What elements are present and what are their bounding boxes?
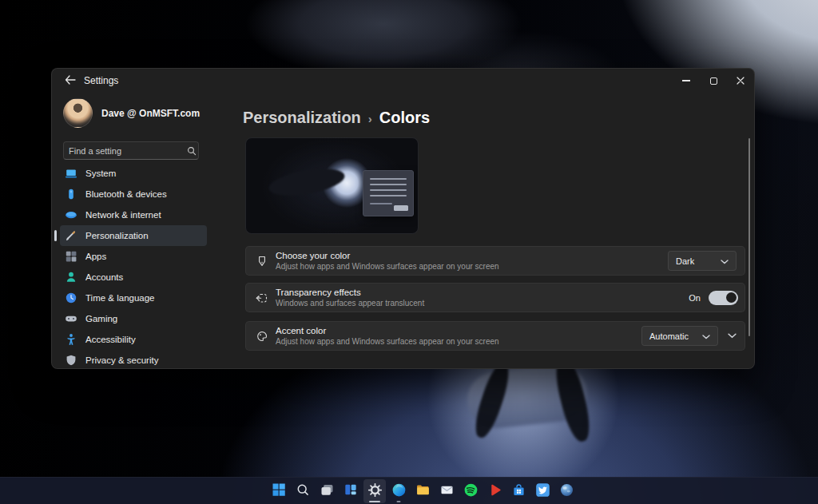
taskbar (0, 477, 818, 504)
active-app-indicator (369, 501, 380, 503)
task-view-button[interactable] (316, 479, 338, 503)
preview-text-line (370, 203, 392, 204)
desktop: { "titlebar": { "title": "Settings" }, "… (0, 0, 818, 504)
back-arrow-icon (65, 73, 76, 88)
setting-row-accent-color[interactable]: Accent color Adjust how apps and Windows… (245, 321, 745, 351)
sidebar-item-bluetooth-devices[interactable]: Bluetooth & devices (60, 184, 207, 204)
search-icon[interactable] (187, 146, 197, 156)
sidebar-item-gaming[interactable]: Gaming (60, 308, 207, 329)
spotify-icon (463, 482, 479, 502)
selected-indicator (54, 230, 57, 241)
mouse-icon (65, 188, 77, 200)
globe-app-button[interactable] (555, 479, 578, 503)
minimize-icon (682, 80, 690, 81)
sidebar-item-network-internet[interactable]: Network & internet (60, 204, 207, 225)
mail-app-button[interactable] (435, 479, 458, 503)
globe-icon (65, 208, 77, 221)
preview-text-line (370, 184, 407, 185)
sidebar-item-apps[interactable]: Apps (60, 246, 207, 267)
sidebar-item-label: Personalization (85, 231, 149, 240)
play-icon (486, 482, 503, 502)
twitter-bird-icon (534, 482, 551, 502)
back-button[interactable] (60, 72, 81, 89)
page-title: Colors (379, 109, 430, 127)
widgets-button[interactable] (340, 479, 362, 503)
accent-color-dropdown[interactable]: Automatic (641, 326, 718, 346)
row-subtitle: Windows and surfaces appear translucent (276, 299, 689, 308)
sidebar-item-label: Bluetooth & devices (85, 189, 167, 199)
start-button[interactable] (268, 479, 290, 503)
sidebar-item-label: Accounts (85, 272, 123, 282)
sidebar-item-label: System (85, 169, 116, 178)
sidebar-item-label: Network & internet (85, 210, 161, 220)
close-icon (737, 73, 745, 88)
row-title: Accent color (276, 326, 641, 335)
gamepad-icon (65, 312, 77, 325)
gear-icon (367, 482, 383, 502)
accent-color-icon (256, 330, 268, 343)
taskbar-search-button[interactable] (292, 479, 314, 503)
transparency-toggle[interactable] (709, 291, 738, 305)
sidebar-item-system[interactable]: System (60, 163, 207, 184)
sidebar-item-time-language[interactable]: Time & language (60, 288, 207, 308)
preview-sample-window (363, 170, 414, 216)
maximize-button[interactable] (700, 69, 727, 93)
spotify-button[interactable] (459, 479, 482, 503)
microsoft-store-button[interactable] (507, 479, 530, 503)
settings-app-button[interactable] (363, 479, 386, 503)
window-titlebar[interactable]: Settings (52, 69, 754, 93)
row-title: Choose your color (276, 251, 668, 260)
globe-app-icon (558, 482, 575, 502)
search-icon (295, 482, 312, 502)
sidebar-item-accounts[interactable]: Accounts (60, 267, 207, 288)
sidebar-nav: System Bluetooth & devices Network & int… (60, 163, 207, 371)
folder-icon (415, 482, 431, 502)
window-title: Settings (84, 69, 118, 93)
edge-browser-button[interactable] (387, 479, 410, 503)
preview-text-line (370, 178, 407, 180)
search-input[interactable] (64, 146, 187, 156)
color-mode-icon (256, 255, 268, 268)
shield-icon (65, 354, 77, 367)
close-button[interactable] (727, 69, 754, 93)
toggle-state-label: On (689, 293, 701, 303)
sidebar-item-accessibility[interactable]: Accessibility (60, 329, 207, 350)
row-subtitle: Adjust how apps and Windows surfaces app… (276, 262, 668, 271)
preview-text-line (370, 195, 407, 196)
toggle-knob (726, 292, 737, 303)
row-title: Transparency effects (276, 288, 689, 297)
accessibility-icon (65, 333, 77, 346)
envelope-icon (439, 482, 455, 502)
preview-button (394, 205, 408, 211)
chevron-down-icon (721, 256, 729, 266)
sidebar-item-personalization[interactable]: Personalization (60, 225, 207, 246)
dropdown-value: Automatic (649, 331, 689, 341)
user-avatar[interactable] (63, 98, 93, 128)
task-view-icon (319, 482, 336, 502)
minimize-button[interactable] (673, 69, 700, 93)
sidebar-item-label: Apps (85, 252, 106, 261)
maximize-icon (710, 77, 717, 85)
setting-row-transparency-effects[interactable]: Transparency effects Windows and surface… (245, 283, 745, 312)
theme-preview (245, 137, 419, 234)
color-mode-dropdown[interactable]: Dark (668, 251, 737, 271)
running-app-indicator (397, 501, 401, 503)
twitter-button[interactable] (531, 479, 554, 503)
setting-row-choose-your-color[interactable]: Choose your color Adjust how apps and Wi… (245, 246, 745, 276)
sidebar-item-privacy-security[interactable]: Privacy & security (60, 350, 207, 371)
settings-sidebar: Dave @ OnMSFT.com System Bluetooth & dev… (52, 93, 244, 368)
sidebar-item-label: Accessibility (85, 335, 136, 344)
media-play-button[interactable] (483, 479, 506, 503)
preview-bird-silhouette (267, 164, 347, 200)
user-name: Dave @ OnMSFT.com (101, 108, 200, 119)
file-explorer-button[interactable] (411, 479, 434, 503)
scrollbar-thumb[interactable] (749, 138, 750, 336)
store-bag-icon (510, 482, 527, 502)
expand-chevron-icon[interactable] (728, 333, 737, 339)
sidebar-item-label: Time & language (85, 293, 155, 303)
breadcrumb: Personalization › Colors (243, 109, 430, 127)
dropdown-value: Dark (676, 256, 708, 266)
search-box[interactable] (63, 141, 199, 160)
breadcrumb-parent[interactable]: Personalization (243, 109, 361, 127)
breadcrumb-separator: › (368, 110, 372, 125)
